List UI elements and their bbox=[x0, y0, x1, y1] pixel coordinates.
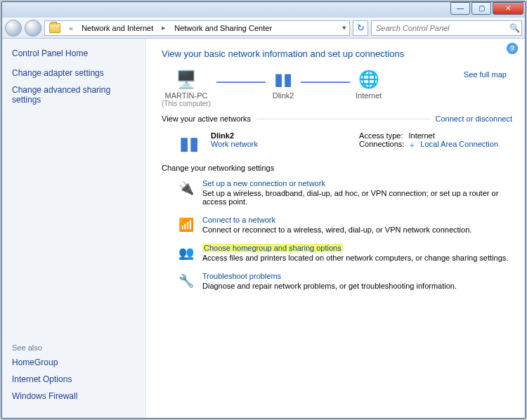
option-icon: 📶 bbox=[177, 216, 195, 234]
page-title: View your basic network information and … bbox=[162, 48, 512, 59]
see-also-header: See also bbox=[12, 343, 136, 352]
option-desc: Diagnose and repair network problems, or… bbox=[202, 282, 457, 290]
breadcrumb[interactable]: « Network and Internet ▸ Network and Sha… bbox=[44, 20, 350, 36]
nic-mini-icon: ⏚ bbox=[410, 140, 415, 148]
forward-button[interactable] bbox=[25, 20, 41, 37]
active-network-row: ▮▮ Dlink2 Work network Access type:Inter… bbox=[162, 127, 512, 159]
active-networks-header: View your active networks bbox=[162, 114, 251, 123]
maximize-button[interactable]: ▢ bbox=[471, 2, 491, 15]
network-name: Dlink2 bbox=[211, 131, 258, 140]
connection-link[interactable]: Local Area Connection bbox=[420, 140, 498, 148]
toolbar: « Network and Internet ▸ Network and Sha… bbox=[2, 18, 525, 39]
option-desc: Access files and printers located on oth… bbox=[202, 254, 508, 262]
option-icon: 🔧 bbox=[177, 272, 195, 290]
sidebar-link-advanced-sharing[interactable]: Change advanced sharing settings bbox=[12, 85, 136, 105]
crumb-network-internet[interactable]: Network and Internet bbox=[77, 24, 157, 32]
settings-option: 👥Choose homegroup and sharing optionsAcc… bbox=[177, 244, 512, 262]
option-desc: Set up a wireless, broadband, dial-up, a… bbox=[202, 189, 512, 206]
seealso-homegroup[interactable]: HomeGroup bbox=[12, 357, 136, 367]
sidebar-link-adapter[interactable]: Change adapter settings bbox=[12, 68, 136, 78]
change-settings-header: Change your networking settings bbox=[162, 164, 512, 172]
control-panel-home-link[interactable]: Control Panel Home bbox=[12, 48, 136, 58]
search-input[interactable] bbox=[372, 24, 507, 32]
seealso-internet-options[interactable]: Internet Options bbox=[12, 374, 136, 384]
option-link-2[interactable]: Choose homegroup and sharing options bbox=[202, 244, 343, 252]
network-icon: ▮▮ bbox=[177, 131, 201, 155]
globe-icon: 🌐 bbox=[357, 69, 381, 90]
crumb-prefix: « bbox=[65, 24, 77, 32]
chevron-right-icon: ▸ bbox=[157, 23, 170, 32]
crumb-sharing-center[interactable]: Network and Sharing Center bbox=[170, 24, 276, 32]
option-icon: 🔌 bbox=[177, 179, 195, 197]
access-type-label: Access type: bbox=[359, 131, 403, 140]
help-icon[interactable]: ? bbox=[507, 43, 518, 54]
settings-option: 📶Connect to a networkConnect or reconnec… bbox=[177, 216, 512, 234]
option-desc: Connect or reconnect to a wireless, wire… bbox=[202, 225, 471, 234]
refresh-button[interactable]: ↻ bbox=[353, 20, 368, 36]
node-router[interactable]: ▮▮ Dlink2 bbox=[271, 69, 295, 107]
router-icon: ▮▮ bbox=[271, 69, 295, 90]
connections-label: Connections: bbox=[359, 140, 404, 148]
network-type-link[interactable]: Work network bbox=[211, 140, 258, 148]
access-type-value: Internet bbox=[408, 131, 434, 140]
computer-icon: 🖥️ bbox=[174, 69, 198, 90]
node-this-pc[interactable]: 🖥️ MARTIN-PC (This computer) bbox=[162, 69, 211, 107]
search-icon: 🔍 bbox=[507, 23, 521, 33]
minimize-button[interactable]: — bbox=[450, 2, 470, 15]
network-map: 🖥️ MARTIN-PC (This computer) ▮▮ Dlink2 🌐… bbox=[162, 69, 382, 107]
folder-icon bbox=[49, 23, 60, 33]
option-link-3[interactable]: Troubleshoot problems bbox=[202, 272, 281, 280]
content-pane: ? View your basic network information an… bbox=[146, 39, 525, 418]
settings-option: 🔌Set up a new connection or networkSet u… bbox=[177, 179, 512, 206]
connect-disconnect-link[interactable]: Connect or disconnect bbox=[436, 114, 512, 123]
close-button[interactable]: ✕ bbox=[493, 2, 523, 15]
node-internet[interactable]: 🌐 Internet bbox=[356, 69, 382, 107]
option-link-1[interactable]: Connect to a network bbox=[202, 216, 275, 224]
map-line-icon bbox=[301, 81, 350, 83]
option-icon: 👥 bbox=[177, 244, 195, 262]
option-link-0[interactable]: Set up a new connection or network bbox=[202, 179, 325, 188]
see-full-map-link[interactable]: See full map bbox=[464, 70, 507, 79]
settings-option: 🔧Troubleshoot problemsDiagnose and repai… bbox=[177, 272, 512, 290]
map-line-icon bbox=[216, 81, 266, 83]
breadcrumb-dropdown[interactable]: ▾ bbox=[339, 23, 349, 32]
sidebar: Control Panel Home Change adapter settin… bbox=[2, 39, 146, 418]
search-box[interactable]: 🔍 bbox=[371, 20, 522, 36]
seealso-firewall[interactable]: Windows Firewall bbox=[12, 391, 136, 401]
window-titlebar: — ▢ ✕ bbox=[2, 2, 525, 18]
back-button[interactable] bbox=[5, 20, 22, 37]
